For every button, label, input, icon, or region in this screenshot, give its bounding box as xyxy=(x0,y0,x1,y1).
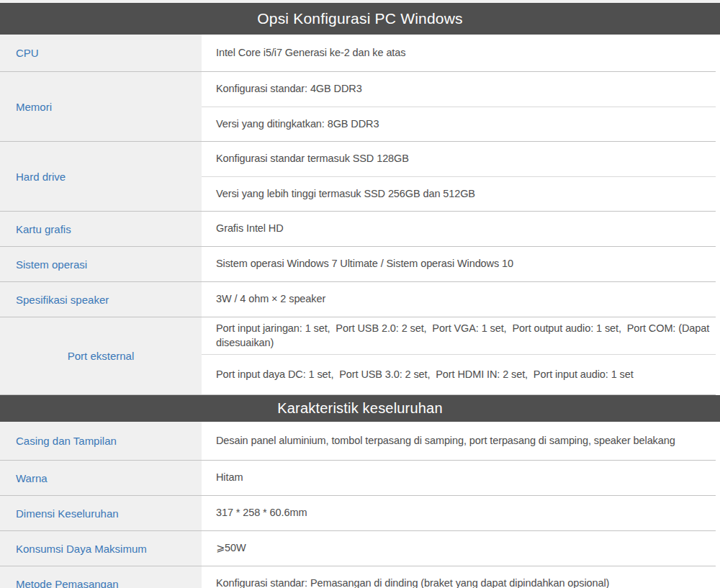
spec-values: Desain panel aluminium, tombol terpasang… xyxy=(202,422,716,460)
spec-sheet: Opsi Konfigurasi PC Windows CPU Intel Co… xyxy=(0,0,720,588)
spec-value: 317 * 258 * 60.6mm xyxy=(202,496,716,530)
spec-values: ⩾50W xyxy=(202,531,716,566)
spec-row-dimensi: Dimensi Keseluruhan 317 * 258 * 60.6mm xyxy=(0,496,716,531)
spec-label-cpu: CPU xyxy=(0,35,202,71)
spec-row-kartu-grafis: Kartu grafis Grafis Intel HD xyxy=(0,212,716,247)
spec-values: Hitam xyxy=(202,461,716,495)
spec-row-cpu: CPU Intel Core i5/i7 Generasi ke-2 dan k… xyxy=(0,35,716,72)
spec-value: Grafis Intel HD xyxy=(202,212,716,246)
spec-label-kartu-grafis: Kartu grafis xyxy=(0,212,202,246)
spec-row-hard-drive: Hard drive Konfigurasi standar termasuk … xyxy=(0,142,716,212)
spec-value: Konfigurasi standar: Pemasangan di dindi… xyxy=(202,566,716,588)
spec-value: Konfigurasi standar termasuk SSD 128GB xyxy=(202,142,716,176)
section-header-karakteristik: Karakteristik keseluruhan xyxy=(0,395,720,422)
spec-label-warna: Warna xyxy=(0,461,202,495)
section-title: Opsi Konfigurasi PC Windows xyxy=(257,10,463,27)
spec-values: Konfigurasi standar: Pemasangan di dindi… xyxy=(202,566,716,588)
spec-values: Grafis Intel HD xyxy=(202,212,716,246)
spec-label-metode-pemasangan: Metode Pemasangan xyxy=(0,566,202,588)
spec-row-spesifikasi-speaker: Spesifikasi speaker 3W / 4 ohm × 2 speak… xyxy=(0,282,716,317)
spec-values: Konfigurasi standar: 4GB DDR3 Versi yang… xyxy=(202,72,716,141)
spec-row-sistem-operasi: Sistem operasi Sistem operasi Windows 7 … xyxy=(0,247,716,282)
spec-row-warna: Warna Hitam xyxy=(0,461,716,496)
spec-value: Desain panel aluminium, tombol terpasang… xyxy=(202,422,716,460)
spec-row-port-eksternal: Port eksternal Port input jaringan: 1 se… xyxy=(0,317,716,395)
spec-table-windows-config: CPU Intel Core i5/i7 Generasi ke-2 dan k… xyxy=(0,35,716,395)
spec-value: Port input jaringan: 1 set, Port USB 2.0… xyxy=(202,317,716,354)
spec-label-port-eksternal: Port eksternal xyxy=(0,317,202,394)
spec-label-spesifikasi-speaker: Spesifikasi speaker xyxy=(0,282,202,317)
spec-values: Port input jaringan: 1 set, Port USB 2.0… xyxy=(202,317,716,394)
spec-label-konsumsi-daya: Konsumsi Daya Maksimum xyxy=(0,531,202,566)
spec-value: Hitam xyxy=(202,461,716,495)
spec-row-memori: Memori Konfigurasi standar: 4GB DDR3 Ver… xyxy=(0,72,716,142)
spec-values: 317 * 258 * 60.6mm xyxy=(202,496,716,530)
spec-value: Konfigurasi standar: 4GB DDR3 xyxy=(202,72,716,107)
spec-row-casing: Casing dan Tampilan Desain panel alumini… xyxy=(0,422,716,461)
section-title: Karakteristik keseluruhan xyxy=(277,400,443,417)
spec-label-hard-drive: Hard drive xyxy=(0,142,202,211)
spec-value: Sistem operasi Windows 7 Ultimate / Sist… xyxy=(202,247,716,281)
spec-values: 3W / 4 ohm × 2 speaker xyxy=(202,282,716,317)
spec-value: Port input daya DC: 1 set, Port USB 3.0:… xyxy=(202,354,716,394)
spec-values: Konfigurasi standar termasuk SSD 128GB V… xyxy=(202,142,716,211)
spec-row-konsumsi-daya: Konsumsi Daya Maksimum ⩾50W xyxy=(0,531,716,566)
spec-values: Sistem operasi Windows 7 Ultimate / Sist… xyxy=(202,247,716,281)
spec-table-karakteristik: Casing dan Tampilan Desain panel alumini… xyxy=(0,422,716,588)
spec-value: Versi yang lebih tinggi termasuk SSD 256… xyxy=(202,176,716,211)
spec-value: 3W / 4 ohm × 2 speaker xyxy=(202,282,716,317)
spec-value: Intel Core i5/i7 Generasi ke-2 dan ke at… xyxy=(202,35,716,71)
spec-label-sistem-operasi: Sistem operasi xyxy=(0,247,202,281)
section-header-windows-config: Opsi Konfigurasi PC Windows xyxy=(0,3,720,35)
spec-label-casing: Casing dan Tampilan xyxy=(0,422,202,460)
spec-row-metode-pemasangan: Metode Pemasangan Konfigurasi standar: P… xyxy=(0,566,716,588)
spec-label-memori: Memori xyxy=(0,72,202,141)
spec-value: Versi yang ditingkatkan: 8GB DDR3 xyxy=(202,107,716,141)
spec-label-dimensi: Dimensi Keseluruhan xyxy=(0,496,202,530)
spec-values: Intel Core i5/i7 Generasi ke-2 dan ke at… xyxy=(202,35,716,71)
spec-value: ⩾50W xyxy=(202,531,716,566)
